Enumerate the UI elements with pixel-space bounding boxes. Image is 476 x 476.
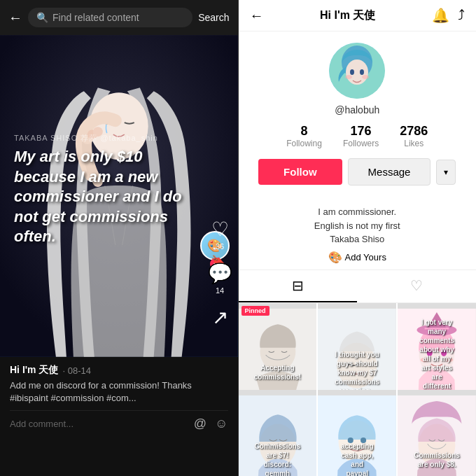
left-panel: ← 🔍 Find related content Search — [0, 0, 238, 476]
share-icon: ↗ — [212, 306, 228, 329]
thumb-overlay-text: accepting cash app, and paypal — [337, 439, 377, 476]
profile-back-button[interactable]: ← — [250, 8, 264, 24]
profile-title: Hi I'm 天使 — [270, 8, 427, 23]
back-button[interactable]: ← — [8, 10, 22, 26]
tab-grid[interactable]: ⊟ — [239, 270, 358, 302]
followers-label: Followers — [343, 139, 379, 148]
profile-avatar-section: @halobuh 8 Following 176 Followers 2786 … — [239, 31, 477, 205]
thumb-overlay-text: Commissions are only $8. — [411, 448, 463, 472]
video-thumb[interactable]: Commissions are only $8.▶1651 — [398, 390, 476, 476]
svg-point-10 — [360, 69, 364, 75]
video-caption: Add me on discord for a commission! Than… — [10, 379, 228, 405]
followers-stat: 176 Followers — [343, 124, 379, 148]
notification-icon[interactable]: 🔔 — [432, 7, 449, 24]
profile-tabs: ⊟ ♡ — [239, 270, 477, 303]
video-thumb[interactable]: Commissions are $7! discord: gemmh▶691 — [239, 390, 317, 476]
following-stat: 8 Following — [286, 124, 322, 148]
comment-action[interactable]: 💬 14 — [208, 262, 232, 295]
svg-point-8 — [346, 59, 368, 85]
search-button[interactable]: Search — [198, 12, 229, 23]
comment-count: 14 — [216, 286, 224, 295]
pinned-badge: Pinned — [241, 306, 270, 316]
bio-line3: Takaba Shiso — [330, 234, 384, 244]
creator-line: Hi I'm 天使 · 08-14 — [10, 364, 228, 377]
search-input-wrapper[interactable]: 🔍 Find related content — [28, 8, 192, 27]
follow-button[interactable]: Follow — [258, 159, 342, 185]
right-panel: ← Hi I'm 天使 🔔 ⤴ — [239, 0, 477, 476]
profile-header-icons: 🔔 ⤴ — [432, 7, 465, 24]
share-action[interactable]: ↗ — [212, 306, 228, 329]
video-sidebar: ♡ 36 💬 14 ↗ — [208, 218, 232, 329]
message-button[interactable]: Message — [348, 158, 431, 186]
creator-date: · 08-14 — [62, 365, 90, 376]
video-thumb[interactable]: accepting cash app, and paypal▶1915 — [318, 390, 396, 476]
add-yours-label: Add Yours — [345, 252, 386, 262]
following-label: Following — [286, 139, 322, 148]
profile-avatar[interactable] — [329, 43, 385, 99]
bio-line2: English is not my first — [314, 220, 400, 231]
add-yours-icon: 🎨 — [328, 251, 342, 264]
at-icon[interactable]: @ — [194, 416, 206, 431]
bio-text: I am commissioner. English is not my fir… — [250, 205, 465, 246]
search-icon: 🔍 — [36, 12, 48, 23]
creator-name: Hi I'm 天使 — [10, 364, 58, 377]
profile-header: ← Hi I'm 天使 🔔 ⤴ — [239, 0, 477, 31]
svg-point-12 — [362, 75, 369, 79]
svg-point-11 — [345, 75, 352, 79]
svg-point-9 — [350, 69, 354, 75]
followers-count: 176 — [351, 124, 372, 139]
bio-line1: I am commissioner. — [318, 206, 396, 217]
likes-stat: 2786 Likes — [400, 124, 428, 148]
bottom-info: Hi I'm 天使 · 08-14 Add me on discord for … — [0, 357, 238, 476]
search-bar: ← 🔍 Find related content Search — [0, 0, 238, 35]
emoji-icon[interactable]: ☺ — [215, 416, 227, 431]
thumb-overlay-text: Accepting commissions! — [251, 360, 304, 384]
bio-section: I am commissioner. English is not my fir… — [239, 205, 477, 270]
video-container[interactable]: TAKABA SHISO 荐藶 @takaba_shin My art is o… — [0, 35, 238, 357]
thumb-overlay-text: Commissions are $7! discord: gemmh — [252, 439, 304, 476]
profile-stats: 8 Following 176 Followers 2786 Likes — [286, 124, 428, 148]
like-count: 36 — [216, 242, 224, 251]
like-action[interactable]: ♡ 36 — [211, 218, 229, 251]
comment-icon: 💬 — [208, 262, 232, 285]
share-profile-icon[interactable]: ⤴ — [458, 7, 465, 24]
heart-tab-icon: ♡ — [410, 277, 423, 294]
tab-liked[interactable]: ♡ — [357, 270, 476, 302]
heart-icon: ♡ — [211, 218, 229, 241]
profile-username: @halobuh — [335, 104, 379, 115]
video-text-overlay: My art is only $10 because I am a new co… — [14, 147, 203, 247]
search-placeholder: Find related content — [52, 12, 139, 23]
likes-label: Likes — [404, 139, 424, 148]
more-options-button[interactable]: ▾ — [436, 160, 456, 185]
video-watermark: TAKABA SHISO 荐藶 @takaba_shin — [14, 133, 158, 144]
add-yours-section[interactable]: 🎨 Add Yours — [250, 251, 465, 264]
comment-icons: @ ☺ — [194, 416, 228, 431]
grid-icon: ⊟ — [292, 277, 304, 294]
following-count: 8 — [301, 124, 308, 139]
videos-grid: PinnedAccepting commissions!▶3384 I thou… — [239, 303, 477, 477]
likes-count: 2786 — [400, 124, 428, 139]
add-comment-row: Add comment... @ ☺ — [10, 410, 228, 431]
add-comment-placeholder[interactable]: Add comment... — [10, 419, 74, 429]
profile-actions: Follow Message ▾ — [258, 158, 456, 186]
